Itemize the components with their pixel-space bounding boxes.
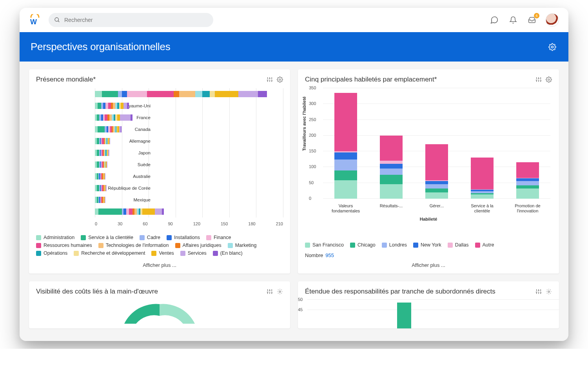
- legend-item[interactable]: Opérations: [36, 250, 67, 256]
- hbar-segment[interactable]: [121, 126, 122, 132]
- hbar-segment[interactable]: [105, 173, 105, 179]
- hbar-segment[interactable]: [97, 150, 100, 156]
- notifications-icon[interactable]: [508, 15, 518, 25]
- hbar-segment[interactable]: [238, 91, 258, 97]
- hbar-segment[interactable]: [215, 91, 238, 97]
- legend-item[interactable]: Dallas: [448, 242, 469, 248]
- vbar-segment[interactable]: [425, 188, 448, 192]
- vbar-segment[interactable]: [425, 144, 448, 181]
- hbar-segment[interactable]: [95, 103, 98, 109]
- hbar-segment[interactable]: [142, 208, 155, 215]
- hbar-segment[interactable]: [131, 114, 132, 121]
- vbar-segment[interactable]: [516, 181, 539, 185]
- show-more-button[interactable]: Afficher plus ...: [298, 258, 559, 274]
- gear-icon[interactable]: [547, 42, 557, 52]
- hbar-segment[interactable]: [155, 208, 162, 215]
- vbar-segment[interactable]: [471, 194, 494, 199]
- vbar[interactable]: [516, 162, 539, 199]
- legend-item[interactable]: Service à la clientèle: [81, 235, 133, 240]
- hbar-segment[interactable]: [113, 103, 116, 109]
- hbar-segment[interactable]: [195, 91, 202, 97]
- legend-item[interactable]: Installations: [167, 235, 200, 240]
- hbar-segment[interactable]: [126, 208, 129, 215]
- legend-item[interactable]: Administration: [36, 235, 74, 240]
- hbar-segment[interactable]: [174, 91, 179, 97]
- global-search[interactable]: [49, 13, 213, 27]
- show-more-button[interactable]: Afficher plus ...: [29, 258, 290, 274]
- hbar-segment[interactable]: [95, 91, 102, 97]
- hbar-segment[interactable]: [105, 185, 106, 191]
- sliders-icon[interactable]: [535, 288, 542, 295]
- vbar[interactable]: [471, 158, 494, 199]
- hbar-segment[interactable]: [105, 103, 108, 109]
- hbar-segment[interactable]: [98, 126, 105, 132]
- vbar-segment[interactable]: [380, 136, 403, 161]
- vbar-segment[interactable]: [380, 161, 403, 164]
- legend-item[interactable]: Marketing: [228, 243, 257, 248]
- hbar-segment[interactable]: [258, 91, 267, 97]
- legend-item[interactable]: Services: [180, 250, 207, 256]
- legend-item[interactable]: Finance: [206, 235, 231, 240]
- hbar-segment[interactable]: [147, 91, 174, 97]
- hbar-segment[interactable]: [95, 126, 98, 132]
- vbar-segment[interactable]: [516, 185, 539, 188]
- legend-item[interactable]: Ressources humaines: [36, 243, 92, 248]
- hbar-segment[interactable]: [105, 114, 107, 121]
- hbar-segment[interactable]: [97, 138, 100, 144]
- hbar-segment[interactable]: [97, 114, 100, 121]
- vbar[interactable]: [425, 144, 448, 199]
- hbar-segment[interactable]: [179, 91, 195, 97]
- vbar-segment[interactable]: [334, 160, 357, 170]
- legend-item[interactable]: Technologies de l'information: [98, 243, 169, 248]
- hbar-segment[interactable]: [120, 114, 131, 121]
- sliders-icon[interactable]: [267, 76, 273, 83]
- hbar-segment[interactable]: [109, 138, 110, 144]
- legend-item[interactable]: Ventes: [151, 250, 174, 256]
- vbar-segment[interactable]: [334, 170, 357, 181]
- hbar-segment[interactable]: [123, 103, 127, 109]
- hbar-segment[interactable]: [129, 208, 132, 215]
- legend-item[interactable]: Affaires juridiques: [175, 243, 221, 248]
- avatar[interactable]: [546, 13, 559, 27]
- vbar-segment[interactable]: [380, 164, 403, 168]
- vbar-segment[interactable]: [425, 184, 448, 188]
- sliders-icon[interactable]: [267, 288, 273, 295]
- hbar-segment[interactable]: [134, 208, 137, 215]
- hbar-segment[interactable]: [95, 208, 98, 215]
- search-input[interactable]: [64, 17, 208, 23]
- hbar-segment[interactable]: [105, 197, 105, 203]
- vbar[interactable]: [380, 136, 403, 199]
- vbar-segment[interactable]: [516, 188, 539, 199]
- legend-item[interactable]: San Francisco: [305, 242, 344, 248]
- hbar-segment[interactable]: [121, 103, 123, 109]
- hbar-segment[interactable]: [210, 91, 215, 97]
- vbar-segment[interactable]: [380, 169, 403, 175]
- hbar-segment[interactable]: [123, 208, 126, 215]
- gear-icon[interactable]: [277, 76, 283, 83]
- gear-icon[interactable]: [546, 288, 552, 295]
- hbar-segment[interactable]: [127, 91, 147, 97]
- vbar-segment[interactable]: [516, 162, 539, 178]
- hbar-segment[interactable]: [118, 91, 122, 97]
- legend-item[interactable]: Londres: [382, 242, 407, 248]
- hbar-segment[interactable]: [117, 114, 120, 121]
- hbar-segment[interactable]: [97, 161, 100, 168]
- hbar-segment[interactable]: [103, 103, 106, 109]
- sliders-icon[interactable]: [535, 76, 542, 83]
- hbar-segment[interactable]: [108, 150, 109, 156]
- workday-logo[interactable]: W: [29, 14, 41, 26]
- vbar-segment[interactable]: [334, 180, 357, 199]
- legend-item[interactable]: Recherche et développement: [74, 250, 145, 256]
- vbar-segment[interactable]: [471, 158, 494, 189]
- vbar-segment[interactable]: [380, 184, 403, 199]
- hbar-segment[interactable]: [108, 103, 111, 109]
- hbar-segment[interactable]: [97, 185, 100, 191]
- vbar-segment[interactable]: [425, 192, 448, 199]
- legend-item[interactable]: Cadre: [140, 235, 160, 240]
- hbar-segment[interactable]: [107, 161, 107, 168]
- vbar-segment[interactable]: [334, 152, 357, 160]
- chat-icon[interactable]: [489, 15, 499, 25]
- gear-icon[interactable]: [277, 288, 283, 295]
- hbar-segment[interactable]: [98, 103, 101, 109]
- legend-item[interactable]: Autre: [475, 242, 494, 248]
